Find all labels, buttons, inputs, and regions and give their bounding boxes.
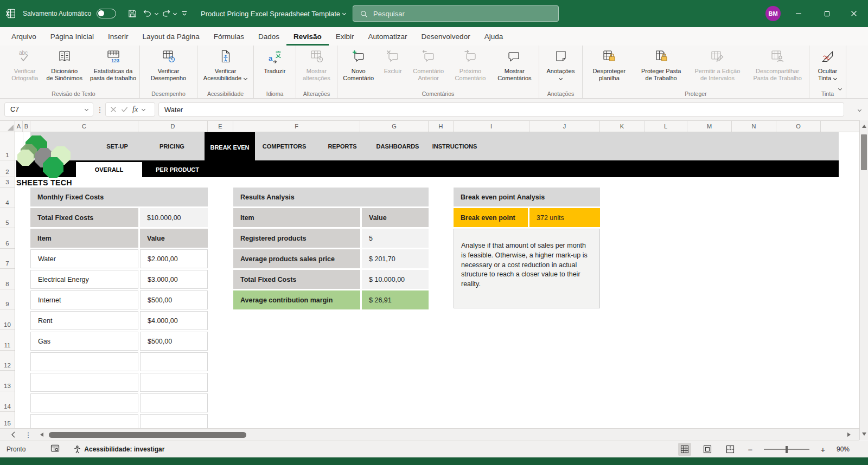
normal-view-icon[interactable] (678, 443, 691, 456)
row-header[interactable]: 15 (0, 412, 15, 428)
document-title[interactable]: Product Pricing Excel Spreadsheet Templa… (201, 10, 346, 18)
avg-contribution-margin-label[interactable]: Average contribution margin (233, 290, 360, 309)
formula-input[interactable]: Water (158, 102, 844, 117)
name-box[interactable]: C7 (4, 102, 93, 117)
cell-empty[interactable] (30, 373, 138, 392)
column-header[interactable]: D (138, 121, 208, 132)
cell-item[interactable]: Average products sales price (233, 249, 360, 268)
name-box-options-icon[interactable]: ⋮ (97, 102, 103, 117)
excel-app-icon[interactable] (3, 0, 18, 27)
zoom-slider[interactable] (764, 449, 809, 450)
avatar[interactable]: BM (765, 6, 781, 21)
cell-value[interactable]: $ 201,70 (362, 249, 429, 268)
row-header[interactable]: 6 (0, 228, 15, 249)
scroll-left-icon[interactable] (37, 429, 47, 441)
cell-empty[interactable] (30, 414, 138, 428)
cell-item[interactable]: Registered products (233, 229, 360, 248)
page-break-view-icon[interactable] (724, 443, 737, 456)
cell-value[interactable]: 5 (362, 229, 429, 248)
cell-empty[interactable] (140, 373, 208, 392)
column-header[interactable]: G (360, 121, 429, 132)
scroll-right-icon[interactable] (844, 429, 854, 441)
next-comment-button[interactable]: Próximo Comentário (449, 48, 491, 82)
save-icon[interactable] (125, 0, 140, 27)
zoom-in-icon[interactable]: + (819, 443, 827, 455)
column-header[interactable]: N (732, 121, 776, 132)
tab-revisao[interactable]: Revisão (286, 27, 329, 46)
row-header[interactable]: 13 (0, 371, 15, 391)
break-even-point-label[interactable]: Break even point (454, 208, 528, 227)
tab-inserir[interactable]: Inserir (101, 27, 136, 46)
sub-tab-overall[interactable]: OVERALL (76, 162, 142, 177)
unprotect-sheet-button[interactable]: Desproteger planilha (584, 48, 635, 82)
total-fixed-costs-label[interactable]: Total Fixed Costs (30, 208, 138, 227)
scroll-down-icon[interactable] (860, 428, 868, 440)
column-header-value[interactable]: Value (140, 229, 208, 248)
cell-empty[interactable] (140, 393, 208, 412)
column-header-item[interactable]: Item (233, 208, 360, 227)
sheet-options-icon[interactable]: ⋮ (24, 429, 33, 441)
translate-button[interactable]: a Traduzir (256, 48, 294, 75)
nav-tab-instructions[interactable]: INSTRUCTIONS (427, 132, 482, 160)
cell-item[interactable]: Rent (30, 311, 138, 330)
check-accessibility-button[interactable]: Verificar Acessibilidade (199, 48, 252, 82)
check-performance-button[interactable]: Verificar Desempenho (143, 48, 195, 82)
zoom-out-icon[interactable]: − (746, 443, 754, 455)
accessibility-status[interactable]: Acessibilidade: investigar (74, 445, 164, 454)
column-header[interactable]: O (776, 121, 821, 132)
unshare-workbook-button[interactable]: Descompartilhar Pasta de Trabalho (747, 48, 808, 82)
row-header[interactable]: 5 (0, 208, 15, 228)
tab-automatizar[interactable]: Automatizar (361, 27, 414, 46)
cell-item[interactable]: Total Fixed Costs (233, 270, 360, 289)
total-fixed-costs-value[interactable]: $10.000,00 (140, 208, 208, 227)
thesaurus-button[interactable]: Dicionário de Sinônimos (41, 48, 88, 82)
cell-value[interactable]: $500,00 (140, 290, 208, 309)
row-header[interactable]: 3 (0, 177, 15, 188)
tab-formulas[interactable]: Fórmulas (207, 27, 251, 46)
expand-formula-bar-chevron-icon[interactable] (853, 102, 866, 117)
cell-empty[interactable] (140, 352, 208, 371)
sub-tab-per-product[interactable]: PER PRODUCT (142, 162, 213, 177)
tab-pagina-inicial[interactable]: Página Inicial (43, 27, 101, 46)
sheet-grid[interactable]: 1 2 3 4 5 6 7 8 9 10 11 12 13 14 15 SET-… (0, 132, 859, 428)
row-header[interactable]: 9 (0, 289, 15, 309)
cell-value[interactable]: $2.000,00 (140, 249, 208, 268)
nav-tab-pricing[interactable]: PRICING (145, 132, 199, 160)
cell-empty[interactable] (30, 393, 138, 412)
delete-comment-button[interactable]: Excluir (378, 48, 407, 75)
close-button[interactable] (841, 0, 866, 27)
row-header[interactable]: 2 (0, 160, 15, 177)
search-input[interactable]: Pesquisar (353, 5, 559, 22)
zoom-level[interactable]: 90% (837, 445, 854, 453)
maximize-button[interactable] (814, 0, 839, 27)
tab-layout-da-pagina[interactable]: Layout da Página (136, 27, 207, 46)
row-header[interactable]: 7 (0, 249, 15, 269)
cell-value[interactable]: $4.000,00 (140, 311, 208, 330)
nav-tab-break-even[interactable]: BREAK EVEN (205, 132, 255, 163)
column-header[interactable]: A (15, 121, 23, 132)
nav-tab-competitors[interactable]: COMPETITORS (257, 132, 311, 160)
cell-empty[interactable] (30, 352, 138, 371)
select-all-button[interactable] (0, 121, 15, 132)
protect-workbook-button[interactable]: Proteger Pasta de Trabalho (635, 48, 688, 82)
cell-item[interactable]: Water (30, 249, 138, 268)
column-header[interactable]: C (30, 121, 138, 132)
column-header[interactable]: E (208, 121, 233, 132)
row-header[interactable]: 11 (0, 330, 15, 351)
chevron-down-icon[interactable] (142, 107, 145, 111)
macro-record-icon[interactable] (50, 444, 60, 454)
column-header[interactable]: K (600, 121, 644, 132)
row-header[interactable]: 4 (0, 188, 15, 208)
cell-value[interactable]: $3.000,00 (140, 270, 208, 289)
tab-exibir[interactable]: Exibir (329, 27, 361, 46)
nav-tab-set-up[interactable]: SET-UP (90, 132, 144, 160)
column-header-value[interactable]: Value (362, 208, 429, 227)
nav-tab-reports[interactable]: REPORTS (315, 132, 369, 160)
column-header[interactable]: M (687, 121, 732, 132)
nav-tab-dashboards[interactable]: DASHBOARDS (371, 132, 425, 160)
previous-comment-button[interactable]: Comentário Anterior (407, 48, 449, 82)
vertical-scrollbar[interactable] (859, 120, 868, 440)
cell-item[interactable]: Internet (30, 290, 138, 309)
column-header[interactable]: F (233, 121, 360, 132)
cancel-icon[interactable] (110, 106, 117, 113)
